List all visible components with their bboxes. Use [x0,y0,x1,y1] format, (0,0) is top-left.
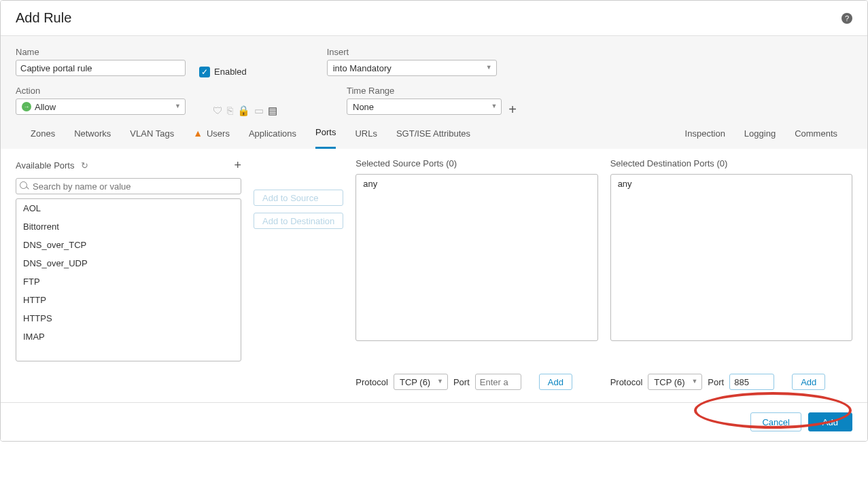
name-input[interactable] [16,60,186,76]
tab-comments[interactable]: Comments [795,119,837,148]
help-icon[interactable]: ? [841,13,852,24]
chevron-down-icon: ▼ [691,378,697,385]
variable-icon: ⎘ [227,105,233,116]
log-status-icon-group: 🛡 ⎘ 🔒 ▭ ▤ [213,102,277,119]
list-item[interactable]: FTP [16,272,241,291]
add-button[interactable]: Add [808,412,852,431]
list-item[interactable]: Bittorrent [16,217,241,236]
tab-users[interactable]: ▲Users [193,118,230,149]
action-label: Action [16,86,186,96]
log-icon: ▤ [268,105,277,117]
tab-ports[interactable]: Ports [315,118,336,149]
tab-zones[interactable]: Zones [31,118,55,149]
shield-icon: 🛡 [213,105,223,116]
list-item[interactable]: HTTP [16,291,241,309]
insert-select[interactable]: into Mandatory ▼ [327,60,497,76]
dest-protocol-select[interactable]: TCP (6) ▼ [648,374,702,390]
add-port-object-icon[interactable]: + [234,158,241,173]
list-item[interactable]: DNS_over_UDP [16,254,241,272]
enabled-checkbox[interactable]: ✓ Enabled [199,63,247,80]
name-label: Name [16,47,186,57]
tab-applications[interactable]: Applications [249,118,296,149]
available-ports-list[interactable]: AOLBittorrentDNS_over_TCPDNS_over_UDPFTP… [16,198,241,361]
action-select[interactable]: → Allow ▼ [16,99,186,115]
warning-icon: ▲ [193,128,203,139]
dest-add-button[interactable]: Add [792,374,825,390]
chevron-down-icon: ▼ [175,103,181,109]
chevron-down-icon: ▼ [486,64,492,71]
dest-port-label: Port [708,377,724,387]
tab-urls[interactable]: URLs [355,118,377,149]
tab-logging[interactable]: Logging [744,119,776,148]
dest-port-input[interactable] [729,374,774,390]
selected-dest-title: Selected Destination Ports (0) [610,158,728,168]
chevron-down-icon: ▼ [437,378,443,385]
tab-vlantags[interactable]: VLAN Tags [130,118,174,149]
tab-networks[interactable]: Networks [74,118,111,149]
dest-protocol-label: Protocol [610,377,643,387]
source-port-input[interactable] [475,374,521,390]
chevron-down-icon: ▼ [491,103,497,109]
source-port-label: Port [453,377,470,387]
timerange-select[interactable]: None ▼ [347,99,502,115]
refresh-icon[interactable]: ↻ [81,160,88,171]
cancel-button[interactable]: Cancel [750,412,801,431]
insert-label: Insert [327,47,497,57]
timerange-label: Time Range [347,86,517,96]
selected-source-list[interactable]: any [355,174,597,341]
list-item[interactable]: HTTPS [16,309,241,327]
add-to-destination-button[interactable]: Add to Destination [254,213,343,229]
source-protocol-select[interactable]: TCP (6) ▼ [394,374,448,390]
search-input[interactable] [16,178,241,194]
list-item[interactable]: AOL [16,199,241,217]
source-add-button[interactable]: Add [539,374,572,390]
enabled-label: Enabled [214,67,247,77]
add-timerange-icon[interactable]: + [508,102,517,118]
list-item[interactable]: DNS_over_TCP [16,236,241,254]
picture-icon: ▭ [254,105,264,117]
tab-sgtise[interactable]: SGT/ISE Attributes [396,118,470,149]
lock-icon: 🔒 [237,105,250,117]
selected-source-title: Selected Source Ports (0) [355,158,457,168]
tab-inspection[interactable]: Inspection [685,119,725,148]
page-title: Add Rule [16,10,71,26]
selected-dest-list[interactable]: any [610,174,852,341]
available-ports-title: Available Ports [16,160,74,171]
source-protocol-label: Protocol [355,377,388,387]
list-item[interactable]: IMAP [16,327,241,346]
allow-icon: → [22,102,31,111]
add-to-source-button[interactable]: Add to Source [254,190,343,206]
